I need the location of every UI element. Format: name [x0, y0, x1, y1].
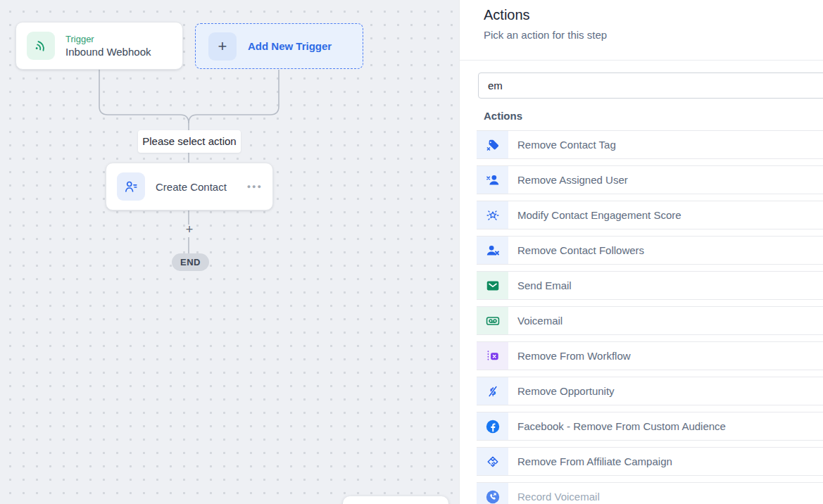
workflow-canvas[interactable]: Trigger Inbound Webhook + Add New Trigge… [0, 0, 459, 504]
action-label: Voicemail [508, 307, 563, 334]
action-label: Remove From Affiliate Campaign [508, 448, 672, 475]
engagement-score-icon [477, 201, 508, 229]
workflow-remove-icon [477, 342, 508, 370]
email-icon [477, 272, 508, 299]
workflow-builder: Trigger Inbound Webhook + Add New Trigge… [0, 0, 823, 504]
canvas-toolbar[interactable] [343, 496, 448, 504]
webhook-icon [27, 32, 55, 60]
tag-remove-icon [477, 131, 508, 158]
action-list-item[interactable]: Modify Contact Engagement Score [477, 201, 823, 229]
action-node-title: Create Contact [156, 181, 227, 193]
panel-subtitle: Pick an action for this step [484, 29, 607, 41]
action-label: Modify Contact Engagement Score [508, 201, 681, 229]
action-list-item[interactable]: Remove Contact Tag [477, 130, 823, 159]
action-label: Remove Opportunity [508, 377, 615, 405]
voicemail-icon [477, 307, 508, 334]
action-label: Remove Assigned User [508, 166, 628, 194]
followers-remove-icon [477, 237, 508, 264]
action-label: Remove Contact Tag [508, 131, 616, 158]
trigger-title: Inbound Webhook [65, 46, 151, 58]
opportunity-remove-icon: $ [477, 377, 508, 405]
create-contact-icon [117, 172, 145, 201]
trigger-kind-label: Trigger [65, 34, 151, 44]
action-label: Facebook - Remove From Custom Audience [508, 412, 726, 440]
record-voicemail-icon [477, 483, 508, 504]
facebook-icon [477, 412, 508, 440]
plus-icon: + [208, 32, 237, 61]
add-new-trigger-label: Add New Trigger [248, 40, 332, 52]
add-new-trigger-button[interactable]: + Add New Trigger [195, 23, 363, 69]
action-list-item[interactable]: Record Voicemail [477, 482, 823, 504]
action-list-item[interactable]: Facebook - Remove From Custom Audience [477, 412, 823, 441]
action-list-item[interactable]: Remove Contact Followers [477, 236, 823, 265]
add-step-button[interactable]: + [183, 222, 196, 237]
end-badge: END [172, 253, 209, 271]
action-list-item[interactable]: Remove From Workflow [477, 341, 823, 370]
action-search-input[interactable] [478, 73, 823, 99]
action-list-item[interactable]: Voicemail [477, 306, 823, 335]
action-label: Record Voicemail [508, 483, 600, 504]
action-label: Send Email [508, 272, 572, 299]
panel-divider [460, 60, 823, 61]
workflow-connectors [0, 0, 459, 504]
actions-panel: Actions Pick an action for this step Act… [459, 0, 823, 504]
action-label: Remove Contact Followers [508, 237, 644, 264]
action-list-item[interactable]: Send Email [477, 271, 823, 300]
handshake-icon [477, 448, 508, 475]
node-menu-icon[interactable]: ●●● [247, 183, 263, 190]
actions-list: Remove Contact TagRemove Assigned UserMo… [477, 130, 823, 504]
user-remove-icon [477, 166, 508, 194]
action-list-item[interactable]: $Remove Opportunity [477, 377, 823, 405]
select-action-label: Please select action [138, 130, 241, 153]
trigger-node[interactable]: Trigger Inbound Webhook [15, 22, 183, 70]
panel-title: Actions [484, 7, 530, 23]
create-contact-node[interactable]: Create Contact ●●● [106, 163, 273, 210]
action-list-item[interactable]: Remove Assigned User [477, 165, 823, 194]
action-list-item[interactable]: Remove From Affiliate Campaign [477, 447, 823, 476]
action-label: Remove From Workflow [508, 342, 631, 370]
actions-section-header: Actions [484, 110, 522, 122]
